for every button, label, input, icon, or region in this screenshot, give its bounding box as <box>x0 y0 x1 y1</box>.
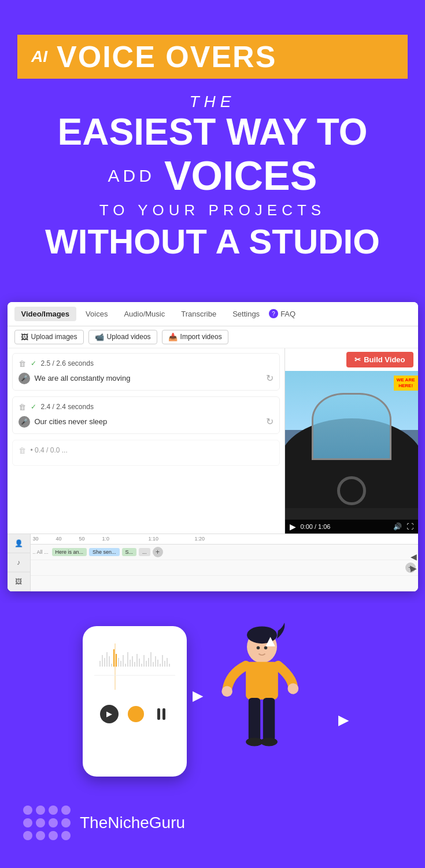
brand-dot-2 <box>36 806 45 815</box>
brand-dot-6 <box>36 818 45 827</box>
timeline-prev[interactable]: ◀ <box>411 552 417 561</box>
scene-2-text-row: 🎤 Our cities never sleep ↻ <box>19 416 274 428</box>
upload-images-button[interactable]: 🖼 Upload images <box>14 330 84 344</box>
tab-audio-music[interactable]: Audio/Music <box>117 307 172 321</box>
phone-pause-button[interactable] <box>153 706 169 722</box>
upload-videos-icon: 📹 <box>95 333 104 341</box>
scene-3-header: 🗑 • 0.4 / 0.0 ... <box>19 446 274 455</box>
svg-point-42 <box>256 646 260 649</box>
scene-1-header: 🗑 ✓ 2.5 / 2.6 seconds <box>19 359 274 368</box>
mark-1-0: 1:0 <box>102 536 125 542</box>
timeline-track-1: .. All ... Here is an... She sen... S...… <box>31 545 418 560</box>
scene-2-duration: 2.4 / 2.4 seconds <box>41 403 94 411</box>
hero-without: WITHOUT A STUDIO <box>17 222 408 262</box>
waveform-svg <box>94 643 175 690</box>
brand-dot-10 <box>36 831 45 840</box>
track-chip-1c[interactable]: S... <box>122 548 137 556</box>
app-section: Video/Images Voices Audio/Music Transcri… <box>0 279 425 603</box>
app-toolbar: 🖼 Upload images 📹 Upload videos 📥 Import… <box>8 326 418 348</box>
svg-rect-35 <box>246 661 278 699</box>
trash-icon-3[interactable]: 🗑 <box>19 446 26 455</box>
scene-1-text-row: 🎤 We are all constantly moving ↻ <box>19 373 274 384</box>
app-scene-list[interactable]: 🗑 ✓ 2.5 / 2.6 seconds 🎤 We are all const… <box>8 348 285 534</box>
phone-controls: ▶ <box>100 705 169 723</box>
timeline-icon-person[interactable]: 👤 <box>8 534 30 553</box>
mark-50: 50 <box>79 536 102 542</box>
mark-30: 30 <box>33 536 56 542</box>
scene-item-2: 🗑 ✓ 2.4 / 2.4 seconds 🎤 Our cities never… <box>12 396 280 434</box>
brand-dot-7 <box>49 818 58 827</box>
phone-play-button[interactable]: ▶ <box>100 705 119 723</box>
timeline-left-panel: 👤 ♪ 🖼 <box>8 534 31 591</box>
timeline-body: 30 40 50 1:0 1:10 1:20 .. All ... Here i… <box>31 534 418 591</box>
mark-1-20: 1:20 <box>195 536 218 542</box>
video-time-display: 0:00 / 1:06 <box>301 523 389 530</box>
timeline-track-2: + <box>31 560 418 576</box>
trash-icon-1[interactable]: 🗑 <box>19 359 26 368</box>
refresh-icon-1[interactable]: ↻ <box>266 373 274 384</box>
tab-voices[interactable]: Voices <box>79 307 114 321</box>
phone-mockup: ▶ <box>83 626 187 777</box>
svg-point-41 <box>260 737 278 746</box>
faq-icon: ? <box>269 309 278 318</box>
hero-banner: AI VOICE OVERS <box>17 35 408 79</box>
brand-dot-3 <box>49 806 58 815</box>
refresh-icon-2[interactable]: ↻ <box>266 416 274 427</box>
app-main: 🗑 ✓ 2.5 / 2.6 seconds 🎤 We are all const… <box>8 348 418 534</box>
fullscreen-icon[interactable]: ⛶ <box>406 523 413 531</box>
character-svg <box>198 615 326 765</box>
play-arrow-left: ▶ <box>193 687 203 704</box>
scene-1-text[interactable]: We are all constantly moving <box>35 374 261 382</box>
brand-dot-5 <box>23 818 32 827</box>
timeline-ruler: 30 40 50 1:0 1:10 1:20 <box>31 534 418 545</box>
voice-icon-2[interactable]: 🎤 <box>19 416 30 428</box>
hero-voices-text: VOICES <box>164 153 317 200</box>
import-videos-icon: 📥 <box>168 333 178 341</box>
svg-rect-39 <box>263 698 274 741</box>
brand-dot-12 <box>61 831 71 840</box>
add-track-btn-1[interactable]: + <box>153 547 163 557</box>
phone-record-button[interactable] <box>128 706 144 722</box>
nav-faq[interactable]: ? FAQ <box>269 309 295 318</box>
video-play-button[interactable]: ▶ <box>290 522 296 531</box>
video-preview: WE AREHERE! <box>285 371 418 520</box>
brand-dot-11 <box>49 831 58 840</box>
build-video-icon: ✂ <box>354 355 361 364</box>
check-icon-2: ✓ <box>31 403 36 411</box>
scene-2-text[interactable]: Our cities never sleep <box>35 417 261 426</box>
app-window: Video/Images Voices Audio/Music Transcri… <box>8 302 418 591</box>
upload-images-icon: 🖼 <box>21 333 28 341</box>
character-area: ▲ ▶ ▶ <box>198 615 343 777</box>
timeline-icon-image[interactable]: 🖼 <box>8 572 30 591</box>
volume-icon[interactable]: 🔊 <box>393 523 402 531</box>
hero-add-voices-row: ADD VOICES <box>17 153 408 200</box>
upload-images-label: Upload images <box>31 333 77 341</box>
bottom-section: ▶ ▲ ▶ ▶ <box>0 603 425 794</box>
trash-icon-2[interactable]: 🗑 <box>19 403 26 411</box>
import-videos-button[interactable]: 📥 Import videos <box>162 330 228 344</box>
build-video-button[interactable]: ✂ Build Video <box>346 352 413 367</box>
brand-footer: TheNicheGuru <box>0 794 425 863</box>
build-video-label: Build Video <box>364 355 405 364</box>
scene-item-1: 🗑 ✓ 2.5 / 2.6 seconds 🎤 We are all const… <box>12 353 280 391</box>
import-videos-label: Import videos <box>180 333 222 341</box>
waveform-area <box>92 638 178 696</box>
timeline-next[interactable]: ▶ <box>411 564 417 573</box>
tab-transcribe[interactable]: Transcribe <box>174 307 223 321</box>
tab-settings[interactable]: Settings <box>226 307 267 321</box>
upload-videos-button[interactable]: 📹 Upload videos <box>88 330 157 344</box>
track-chip-1b[interactable]: She sen... <box>89 548 120 556</box>
video-controls: ▶ 0:00 / 1:06 🔊 ⛶ <box>285 520 418 534</box>
track-chip-1d[interactable]: ... <box>139 548 150 556</box>
tab-video-images[interactable]: Video/Images <box>14 307 77 321</box>
voice-icon-1[interactable]: 🎤 <box>19 373 30 384</box>
svg-point-37 <box>287 683 298 694</box>
brand-dot-8 <box>61 818 71 827</box>
scene-item-3: 🗑 • 0.4 / 0.0 ... <box>12 440 280 466</box>
brand-dots <box>23 806 71 840</box>
hero-tagline: THE EASIEST WAY TO ADD VOICES TO YOUR PR… <box>17 93 408 262</box>
brand-dot-4 <box>61 806 71 815</box>
track-chip-1a[interactable]: Here is an... <box>52 548 87 556</box>
mark-1-10: 1:10 <box>149 536 172 542</box>
timeline-icon-music[interactable]: ♪ <box>8 553 30 572</box>
